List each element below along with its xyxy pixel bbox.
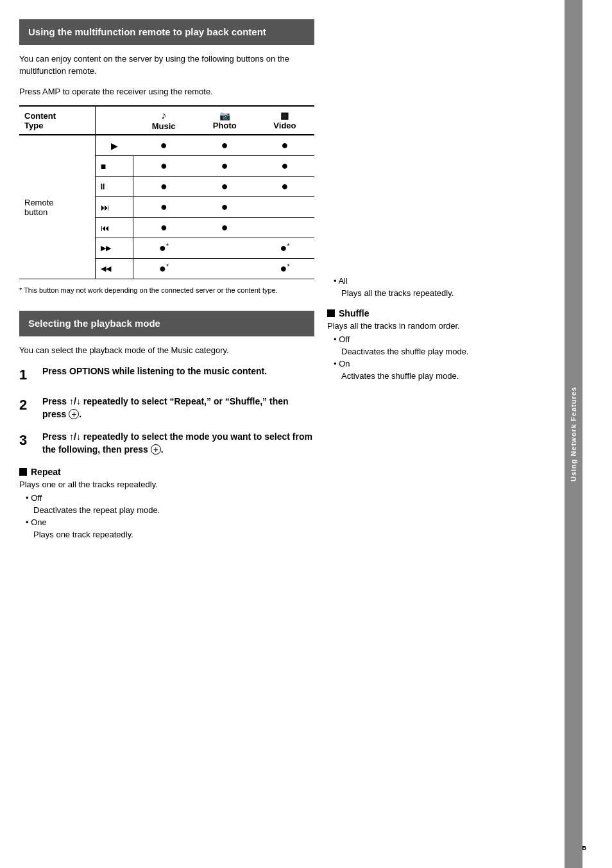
step-num-1: 1 — [19, 365, 42, 385]
shuffle-off-desc: Deactivates the shuffle play mode. — [341, 347, 545, 356]
col-header-music: ♪ Music — [133, 106, 194, 135]
video-fast-fwd: ●* — [255, 238, 314, 259]
music-skip-back: ● — [133, 218, 194, 238]
music-skip-fwd: ● — [133, 197, 194, 218]
remote-intro2: Press AMP to operate the receiver using … — [19, 85, 314, 98]
shuffle-square-icon — [327, 309, 335, 317]
remote-intro1: You can enjoy content on the server by u… — [19, 53, 314, 78]
video-icon: ▦ — [280, 110, 289, 121]
photo-icon: 📷 — [219, 110, 230, 121]
repeat-one-desc: Plays one track repeatedly. — [33, 530, 314, 539]
step-2: 2 Press ↑/↓ repeatedly to select “Repeat… — [19, 395, 314, 421]
music-icon: ♪ — [161, 110, 166, 121]
repeat-title: Repeat — [19, 467, 314, 477]
shuffle-section: Shuffle Plays all the tracks in random o… — [327, 308, 545, 381]
photo-skip-back: ● — [194, 218, 255, 238]
col-header-video: ▦ Video — [255, 106, 314, 135]
video-skip-fwd — [255, 197, 314, 218]
video-play: ● — [255, 135, 314, 156]
btn-fast-fwd: ▶▶ — [95, 238, 133, 259]
col-header-btn — [95, 106, 133, 135]
photo-pause: ● — [194, 177, 255, 197]
table-row: Remotebutton ▶ ● ● ● — [19, 135, 314, 156]
btn-rewind: ◀◀ — [95, 259, 133, 279]
video-rewind: ●* — [255, 259, 314, 279]
step-1: 1 Press OPTIONS while listening to the m… — [19, 365, 314, 385]
repeat-off-label: Off — [26, 493, 314, 503]
playback-intro: You can select the playback mode of the … — [19, 344, 314, 357]
col-header-type: ContentType — [19, 106, 95, 135]
music-play: ● — [133, 135, 194, 156]
step-3: 3 Press ↑/↓ repeatedly to select the mod… — [19, 431, 314, 456]
shuffle-off-label: Off — [334, 334, 545, 344]
btn-pause: II — [95, 177, 133, 197]
shuffle-desc: Plays all the tracks in random order. — [327, 321, 545, 331]
repeat-all-section: All Plays all the tracks repeatedly. — [327, 276, 545, 298]
btn-play: ▶ — [95, 135, 133, 156]
photo-play: ● — [194, 135, 255, 156]
section-title-remote: Using the multifunction remote to play b… — [19, 19, 314, 45]
repeat-square-icon — [19, 468, 27, 476]
content-type-table: ContentType ♪ Music 📷 Photo ▦ — [19, 105, 314, 279]
remote-button-label: Remotebutton — [19, 135, 95, 279]
step-text-2: Press ↑/↓ repeatedly to select “Repeat,”… — [42, 395, 314, 421]
music-stop: ● — [133, 156, 194, 177]
video-skip-back — [255, 218, 314, 238]
photo-fast-fwd — [194, 238, 255, 259]
repeat-off-desc: Deactivates the repeat play mode. — [33, 505, 314, 515]
section-title-playback: Selecting the playback mode — [19, 311, 314, 336]
repeat-all-label: All — [334, 276, 545, 286]
btn-skip-fwd: ⏭ — [95, 197, 133, 218]
step-num-3: 3 — [19, 431, 42, 451]
circle-plus-icon-3: + — [151, 444, 161, 455]
video-pause: ● — [255, 177, 314, 197]
steps-list: 1 Press OPTIONS while listening to the m… — [19, 365, 314, 456]
shuffle-on-desc: Activates the shuffle play mode. — [341, 371, 545, 381]
table-footnote: * This button may not work depending on … — [19, 286, 314, 295]
music-pause: ● — [133, 177, 194, 197]
repeat-one-label: One — [26, 517, 314, 527]
photo-rewind — [194, 259, 255, 279]
photo-skip-fwd: ● — [194, 197, 255, 218]
shuffle-on-label: On — [334, 359, 545, 369]
video-stop: ● — [255, 156, 314, 177]
shuffle-title: Shuffle — [327, 308, 545, 318]
btn-stop: ■ — [95, 156, 133, 177]
repeat-all-desc: Plays all the tracks repeatedly. — [341, 288, 545, 298]
btn-skip-back: ⏮ — [95, 218, 133, 238]
repeat-desc: Plays one or all the tracks repeatedly. — [19, 480, 314, 489]
photo-stop: ● — [194, 156, 255, 177]
music-fast-fwd: ●* — [133, 238, 194, 259]
repeat-section: Repeat Plays one or all the tracks repea… — [19, 467, 314, 539]
col-header-photo: 📷 Photo — [194, 106, 255, 135]
sidebar-label: Using Network Features — [565, 0, 582, 868]
step-text-3: Press ↑/↓ repeatedly to select the mode … — [42, 431, 314, 456]
step-num-2: 2 — [19, 395, 42, 415]
music-rewind: ●* — [133, 259, 194, 279]
step-text-1: Press OPTIONS while listening to the mus… — [42, 365, 267, 378]
circle-plus-icon-2: + — [69, 409, 79, 419]
